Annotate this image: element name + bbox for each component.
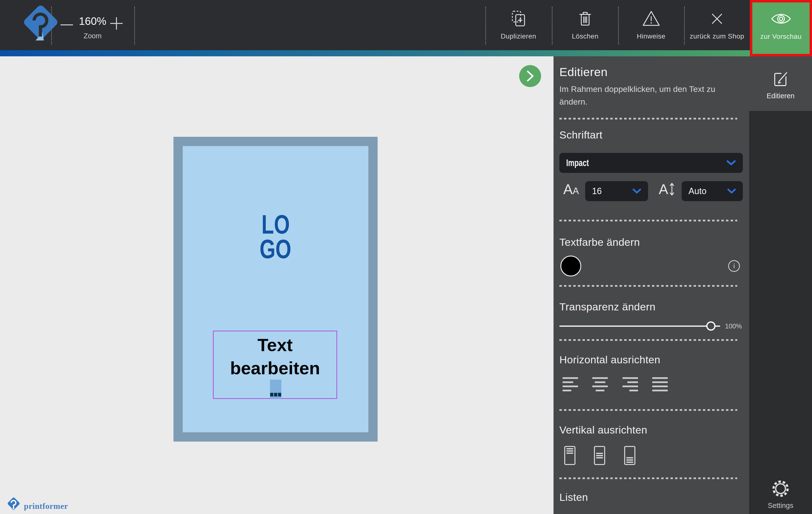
- line-height-icon: A: [659, 182, 675, 196]
- toolbar-separator: [134, 7, 135, 45]
- align-center-button[interactable]: [592, 376, 608, 392]
- tool-rail: Editieren Settings: [749, 56, 812, 514]
- line-height-value: Auto: [689, 186, 727, 196]
- preview-button[interactable]: zur Vorschau: [752, 2, 810, 54]
- transparency-slider-thumb[interactable]: [706, 321, 716, 331]
- font-family-select[interactable]: Impact: [559, 153, 743, 173]
- text-color-swatch[interactable]: [560, 255, 581, 276]
- font-section-heading: Schriftart: [559, 129, 603, 141]
- transparency-slider-track[interactable]: [559, 326, 720, 327]
- line-height-select[interactable]: Auto: [682, 181, 743, 201]
- warning-icon: [641, 9, 661, 28]
- section-divider: [559, 478, 737, 479]
- font-size-value: 16: [592, 186, 633, 196]
- design-page[interactable]: LO GO Text bearbeiten: [173, 137, 378, 441]
- duplicate-label: Duplizieren: [492, 32, 545, 40]
- chevron-down-icon: [726, 160, 736, 166]
- collapse-sidebar-button[interactable]: [519, 65, 541, 87]
- text-line-1: Text: [258, 335, 293, 355]
- settings-button[interactable]: Settings: [749, 471, 812, 514]
- section-divider: [559, 409, 737, 411]
- ellipsis-dot: [278, 393, 281, 397]
- section-divider: [559, 118, 737, 119]
- chevron-right-icon: [525, 69, 535, 83]
- selected-text-frame[interactable]: Text bearbeiten: [213, 331, 337, 399]
- ellipsis-dot: [274, 393, 277, 397]
- gear-icon: [771, 479, 790, 498]
- panel-title: Editieren: [559, 65, 608, 79]
- toolbar-separator: [684, 7, 685, 45]
- delete-label: Löschen: [553, 32, 617, 40]
- align-justify-button[interactable]: [652, 376, 668, 392]
- chevron-down-icon: [633, 188, 641, 194]
- valign-middle-button[interactable]: [594, 446, 605, 465]
- edit-icon: [773, 70, 788, 87]
- accent-gradient-bar: [0, 50, 812, 56]
- edit-panel: Editieren Im Rahmen doppelklicken, um de…: [553, 56, 749, 514]
- editable-text[interactable]: Text bearbeiten: [214, 333, 337, 380]
- tab-edit[interactable]: Editieren: [749, 56, 812, 111]
- design-logo-text[interactable]: LO GO: [183, 212, 368, 261]
- printformer-logo-icon: [22, 5, 60, 45]
- zoom-out-button[interactable]: [60, 21, 73, 29]
- lists-heading: Listen: [559, 491, 588, 503]
- eye-icon: [770, 11, 792, 26]
- toolbar-separator: [485, 7, 486, 45]
- settings-label: Settings: [749, 502, 812, 510]
- transparency-value: 100%: [725, 323, 742, 330]
- logo-line-2: GO: [260, 237, 291, 261]
- logo-line-1: LO: [261, 212, 290, 237]
- preview-label: zur Vorschau: [752, 33, 810, 40]
- zoom-in-button[interactable]: [109, 16, 124, 31]
- tab-edit-label: Editieren: [749, 92, 812, 100]
- info-icon[interactable]: i: [728, 260, 740, 272]
- font-size-select[interactable]: 16: [585, 181, 648, 201]
- text-cursor-block: [270, 380, 281, 399]
- printformer-watermark: printformer: [7, 497, 68, 512]
- zoom-level-value: 160%: [73, 15, 112, 27]
- panel-description: Im Rahmen doppelklicken, um den Text zu …: [559, 83, 725, 108]
- font-size-icon: AA: [563, 182, 579, 196]
- close-icon: [710, 12, 724, 26]
- annotation-highlight-box: zur Vorschau: [750, 0, 812, 56]
- transparency-heading: Transparenz ändern: [559, 301, 656, 313]
- duplicate-button[interactable]: Duplizieren: [492, 0, 545, 50]
- horizontal-align-heading: Horizontal ausrichten: [559, 354, 660, 366]
- design-canvas: LO GO Text bearbeiten printformer: [0, 56, 553, 514]
- ellipsis-dot: [270, 393, 273, 397]
- back-to-shop-label: zurück zum Shop: [685, 32, 749, 40]
- duplicate-icon: [509, 9, 528, 28]
- zoom-label: Zoom: [68, 32, 117, 40]
- toolbar-separator: [51, 7, 52, 45]
- hints-button[interactable]: Hinweise: [619, 0, 684, 50]
- top-toolbar: 160% Zoom Duplizieren Löschen: [0, 0, 812, 50]
- printformer-wordmark: printformer: [24, 502, 68, 511]
- toolbar-separator: [552, 7, 553, 45]
- align-right-button[interactable]: [622, 376, 638, 392]
- printformer-logo-icon: [7, 497, 21, 512]
- text-color-heading: Textfarbe ändern: [559, 236, 640, 248]
- valign-top-button[interactable]: [564, 446, 575, 465]
- trash-icon: [576, 9, 594, 28]
- align-left-button[interactable]: [562, 376, 578, 392]
- section-divider: [559, 220, 737, 221]
- delete-button[interactable]: Löschen: [553, 0, 617, 50]
- section-divider: [559, 285, 737, 287]
- vertical-align-heading: Vertikal ausrichten: [559, 424, 647, 436]
- back-to-shop-button[interactable]: zurück zum Shop: [685, 0, 749, 50]
- valign-bottom-button[interactable]: [624, 446, 635, 465]
- section-divider: [559, 339, 737, 341]
- font-family-value: Impact: [566, 158, 688, 168]
- hints-label: Hinweise: [619, 32, 684, 40]
- text-line-2: bearbeiten: [230, 358, 320, 378]
- chevron-down-icon: [727, 188, 736, 194]
